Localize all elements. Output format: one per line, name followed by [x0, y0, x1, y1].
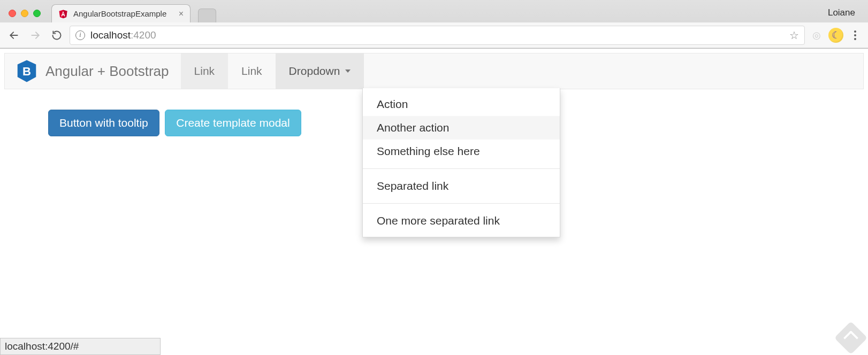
nav-link-2[interactable]: Link: [228, 53, 276, 89]
window-maximize-button[interactable]: [33, 10, 41, 17]
moon-extension-icon[interactable]: ☾: [828, 28, 843, 43]
dropdown-item[interactable]: Something else here: [363, 140, 560, 163]
url-port: :4200: [131, 29, 156, 41]
feedly-icon[interactable]: [834, 321, 867, 354]
new-tab-button[interactable]: [198, 9, 216, 22]
bookmark-star-icon[interactable]: ☆: [789, 29, 799, 42]
browser-chrome: AngularBootstrapExample × Loiane i local…: [0, 0, 868, 49]
site-info-icon[interactable]: i: [75, 30, 85, 40]
browser-tab[interactable]: AngularBootstrapExample ×: [51, 4, 191, 22]
nav-dropdown-label: Dropdown: [289, 65, 340, 78]
caret-down-icon: [345, 70, 351, 73]
dropdown-item[interactable]: Separated link: [363, 174, 560, 198]
browser-menu-button[interactable]: [848, 30, 863, 40]
address-bar[interactable]: i localhost:4200 ☆: [70, 26, 805, 45]
tab-close-button[interactable]: ×: [179, 10, 184, 18]
browser-toolbar: i localhost:4200 ☆ ◎ ☾: [0, 22, 868, 48]
navbar-brand[interactable]: B Angular + Bootstrap: [5, 53, 181, 89]
tab-title: AngularBootstrapExample: [73, 9, 166, 18]
angular-icon: [58, 9, 68, 19]
status-bar: localhost:4200/#: [0, 338, 161, 355]
svg-text:B: B: [22, 65, 31, 78]
dropdown-item[interactable]: One more separated link: [363, 209, 560, 233]
url-host: localhost: [90, 29, 131, 41]
window-close-button[interactable]: [9, 10, 16, 17]
app-navbar: B Angular + Bootstrap Link Link Dropdown: [4, 53, 864, 89]
profile-label[interactable]: Loiane: [828, 7, 868, 22]
dropdown-divider: [363, 168, 560, 169]
extension-icon[interactable]: ◎: [809, 28, 824, 43]
dropdown-menu: ActionAnother actionSomething else hereS…: [362, 88, 560, 237]
nav-link-1[interactable]: Link: [181, 53, 229, 89]
tooltip-button[interactable]: Button with tooltip: [48, 110, 159, 136]
forward-button[interactable]: [27, 27, 44, 44]
navbar-brand-text: Angular + Bootstrap: [45, 63, 169, 80]
window-controls: [5, 10, 46, 22]
nav-dropdown-toggle[interactable]: Dropdown: [276, 53, 364, 89]
create-modal-button[interactable]: Create template modal: [165, 110, 301, 136]
dropdown-item[interactable]: Action: [363, 92, 560, 116]
dropdown-divider: [363, 203, 560, 204]
reload-button[interactable]: [48, 27, 65, 44]
nav-link-label: Link: [241, 65, 262, 78]
dropdown-item[interactable]: Another action: [363, 116, 560, 140]
tab-strip: AngularBootstrapExample × Loiane: [0, 0, 868, 22]
nav-link-label: Link: [194, 65, 215, 78]
window-minimize-button[interactable]: [21, 10, 28, 17]
back-button[interactable]: [5, 27, 22, 44]
bootstrap-icon: B: [17, 59, 37, 83]
